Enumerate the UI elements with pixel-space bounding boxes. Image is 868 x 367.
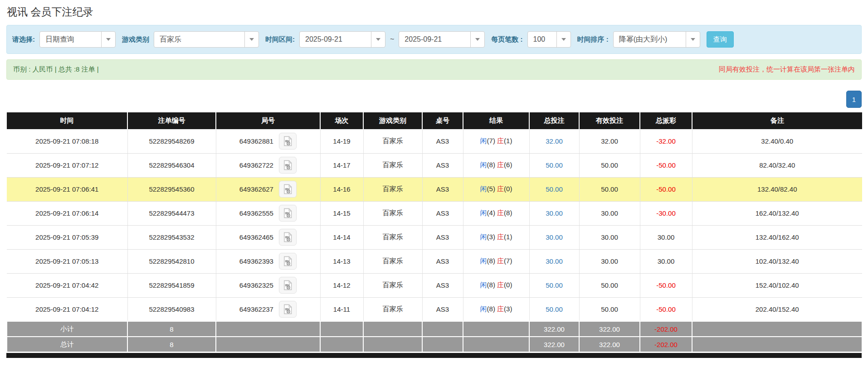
cell-total_bet: 50.00	[529, 273, 579, 297]
cell-round_id: 649362555	[216, 201, 320, 225]
page-size-value: 100	[528, 32, 556, 47]
cell-valid_bet: 30.00	[579, 201, 640, 225]
summary-cell-round_id	[216, 337, 320, 352]
cell-round_id: 649362237	[216, 297, 320, 321]
cell-table_no: AS3	[422, 153, 463, 177]
cell-result: 闲(4) 庄(8)	[463, 201, 529, 225]
cell-remark: 202.40/152.40	[692, 297, 862, 321]
round-number: 649362627	[239, 185, 273, 193]
player-result-label: 闲	[480, 305, 487, 313]
table-row: 2025-09-21 07:04:42522829541859649362325…	[7, 273, 862, 297]
date-from-select[interactable]: 2025-09-21	[299, 31, 385, 48]
summary-cell-game	[363, 321, 422, 337]
total-bet-link[interactable]: 50.00	[546, 185, 563, 193]
time-sort-value: 降幂(由大到小)	[614, 32, 686, 47]
summary-label: 总计	[7, 337, 127, 352]
payout-value: 30.00	[658, 257, 675, 265]
col-header-valid_bet: 有效投注	[579, 112, 640, 129]
video-replay-button[interactable]	[279, 277, 297, 294]
player-result-count: (3)	[487, 233, 495, 241]
video-replay-button[interactable]	[279, 301, 297, 318]
pagination: 1	[6, 91, 862, 108]
cell-valid_bet: 30.00	[579, 249, 640, 273]
banker-result-count: (0)	[504, 281, 512, 289]
search-button[interactable]: 查询	[707, 31, 734, 48]
game-category-select[interactable]: 百家乐	[154, 31, 259, 48]
total-bet-link[interactable]: 50.00	[546, 281, 563, 289]
date-to-select[interactable]: 2025-09-21	[399, 31, 485, 48]
video-record-icon	[283, 256, 293, 266]
cell-remark: 82.40/32.40	[692, 153, 862, 177]
video-replay-button[interactable]	[279, 253, 297, 270]
video-record-icon	[283, 136, 293, 146]
cell-valid_bet: 30.00	[579, 225, 640, 249]
cell-table_no: AS3	[422, 177, 463, 201]
video-replay-button[interactable]	[279, 229, 297, 246]
total-bet-link[interactable]: 50.00	[546, 161, 563, 169]
cell-session: 14-13	[320, 249, 363, 273]
total-bet-link[interactable]: 50.00	[546, 305, 563, 313]
total-bet-link[interactable]: 30.00	[546, 233, 563, 241]
payout-value: 30.00	[658, 233, 675, 241]
col-header-time: 时间	[7, 112, 127, 129]
date-from-value: 2025-09-21	[300, 32, 371, 47]
summary-count: 8	[127, 321, 216, 337]
cell-result: 闲(5) 庄(0)	[463, 177, 529, 201]
cell-remark: 32.40/0.40	[692, 129, 862, 153]
chevron-down-icon	[101, 32, 115, 47]
round-number: 649362393	[239, 257, 273, 265]
table-row: 2025-09-21 07:06:41522829545360649362627…	[7, 177, 862, 201]
chevron-down-icon	[470, 32, 484, 47]
video-record-icon	[283, 184, 293, 194]
table-row: 2025-09-21 07:05:39522829543532649362465…	[7, 225, 862, 249]
summary-cell-payout: -202.00	[640, 321, 692, 337]
cell-remark: 152.40/102.40	[692, 273, 862, 297]
total-bet-link[interactable]: 30.00	[546, 257, 563, 265]
cell-round_id: 649362325	[216, 273, 320, 297]
video-record-icon	[283, 208, 293, 218]
cell-payout: -50.00	[640, 297, 692, 321]
cell-result: 闲(8) 庄(7)	[463, 249, 529, 273]
cell-time: 2025-09-21 07:04:12	[7, 297, 127, 321]
payout-value: -50.00	[656, 305, 676, 313]
query-type-select[interactable]: 日期查询	[39, 31, 116, 48]
date-range-label: 时间区间:	[265, 35, 295, 44]
video-replay-button[interactable]	[279, 205, 297, 222]
page-size-label: 每页笔数 :	[491, 35, 522, 44]
summary-cell-round_id	[216, 321, 320, 337]
total-bet-link[interactable]: 30.00	[546, 209, 563, 217]
cell-game: 百家乐	[363, 225, 422, 249]
video-replay-button[interactable]	[279, 133, 297, 150]
cell-game: 百家乐	[363, 297, 422, 321]
col-header-table_no: 桌号	[422, 112, 463, 129]
summary-cell-remark	[692, 321, 862, 337]
cell-time: 2025-09-21 07:05:39	[7, 225, 127, 249]
player-result-count: (8)	[487, 305, 495, 313]
cell-valid_bet: 50.00	[579, 153, 640, 177]
cell-total_bet: 50.00	[529, 297, 579, 321]
cell-result: 闲(8) 庄(6)	[463, 153, 529, 177]
video-replay-button[interactable]	[279, 181, 297, 198]
table-row: 2025-09-21 07:05:13522829542810649362393…	[7, 249, 862, 273]
page-1-button[interactable]: 1	[846, 91, 862, 108]
cell-game: 百家乐	[363, 273, 422, 297]
total-bet-link[interactable]: 32.00	[546, 137, 563, 145]
payout-value: -32.00	[656, 137, 676, 145]
page: 视讯 会员下注纪录 请选择: 日期查询 游戏类别 百家乐 时间区间: 2025-…	[0, 0, 868, 358]
cell-total_bet: 32.00	[529, 129, 579, 153]
table-row: 2025-09-21 07:07:12522829546304649362722…	[7, 153, 862, 177]
cell-game: 百家乐	[363, 201, 422, 225]
time-sort-select[interactable]: 降幂(由大到小)	[613, 31, 700, 48]
video-replay-button[interactable]	[279, 157, 297, 174]
summary-cell-table_no	[422, 337, 463, 352]
chevron-down-icon	[244, 32, 258, 47]
summary-cell-table_no	[422, 321, 463, 337]
cell-valid_bet: 50.00	[579, 297, 640, 321]
cell-game: 百家乐	[363, 249, 422, 273]
page-size-select[interactable]: 100	[527, 31, 571, 48]
banker-result-count: (1)	[504, 233, 512, 241]
player-result-label: 闲	[480, 161, 487, 169]
col-header-result: 结果	[463, 112, 529, 129]
cell-round_id: 649362465	[216, 225, 320, 249]
cell-session: 14-11	[320, 297, 363, 321]
